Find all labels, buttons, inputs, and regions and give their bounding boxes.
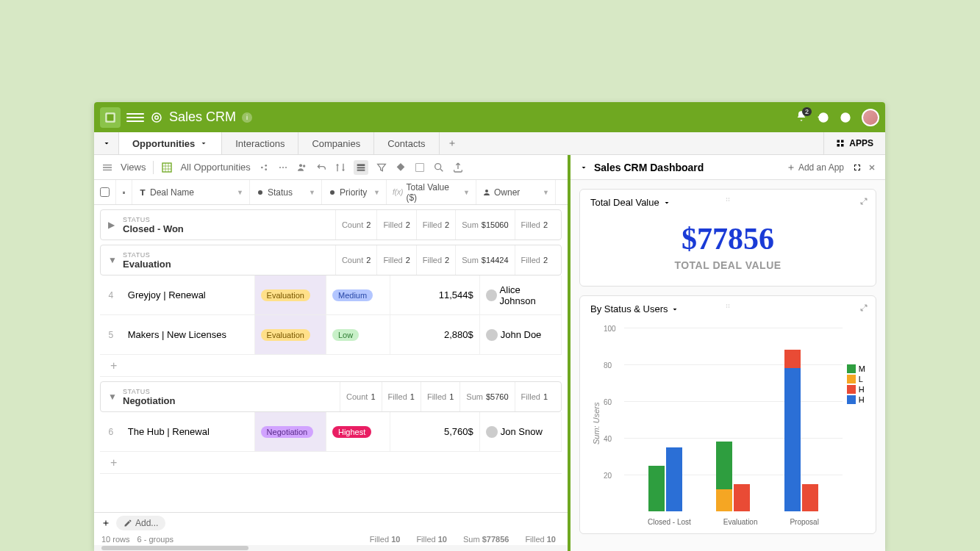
cell-value[interactable]: 11,544$ <box>390 276 479 314</box>
collapse-icon[interactable] <box>579 163 588 172</box>
group-header[interactable]: ▼ STATUSEvaluation Count2Filled2Filled2S… <box>100 245 562 276</box>
expand-icon[interactable] <box>859 303 868 312</box>
apps-button[interactable]: APPS <box>823 132 885 154</box>
help-icon[interactable] <box>840 112 851 123</box>
tab-contacts[interactable]: Contacts <box>374 132 439 154</box>
cell-owner[interactable]: Jon Snow <box>480 412 562 451</box>
view-toolbar: Views All Opportunities <box>94 155 568 180</box>
group-toggle-icon[interactable]: ▼ <box>108 392 120 402</box>
bar[interactable] <box>716 442 732 511</box>
close-icon[interactable] <box>868 163 876 172</box>
filter-icon[interactable] <box>376 162 387 173</box>
column-priority[interactable]: Priority ▼ <box>322 180 387 204</box>
bar[interactable] <box>648 466 665 512</box>
cell-status[interactable]: Evaluation <box>255 315 326 354</box>
legend-item: H <box>847 385 865 394</box>
cell-status[interactable]: Evaluation <box>255 276 326 314</box>
group-header[interactable]: ▼ STATUSNegotiation Count1Filled1Filled1… <box>100 381 562 412</box>
notification-icon[interactable]: 2 <box>795 110 807 125</box>
group-toggle-icon[interactable]: ▶ <box>108 220 120 230</box>
sort-icon[interactable] <box>335 162 346 173</box>
info-icon[interactable]: i <box>242 112 252 123</box>
group-icon[interactable] <box>354 160 368 175</box>
menu-icon[interactable] <box>126 109 144 126</box>
views-button[interactable]: Views <box>121 162 146 173</box>
share-icon[interactable] <box>258 162 270 173</box>
more-icon[interactable] <box>277 162 289 173</box>
bar[interactable] <box>734 484 750 512</box>
view-name[interactable]: All Opportunities <box>180 162 250 173</box>
table-row[interactable]: 6 The Hub | Renewal Negotiation Highest … <box>100 412 562 452</box>
table-row[interactable]: 4 Greyjoy | Renewal Evaluation Medium 11… <box>100 276 562 315</box>
cell-value[interactable]: 2,880$ <box>390 315 479 354</box>
cell-priority[interactable]: Low <box>326 315 390 354</box>
add-row-button[interactable]: + <box>100 355 562 377</box>
card-title[interactable]: By Status & Users <box>590 303 668 314</box>
svg-point-31 <box>729 304 730 306</box>
bar[interactable] <box>666 447 682 512</box>
chevron-down-icon[interactable] <box>670 305 679 314</box>
users-icon[interactable] <box>296 162 308 173</box>
chevron-down-icon[interactable] <box>662 198 671 207</box>
bar[interactable] <box>802 484 818 512</box>
circle-icon <box>256 188 265 197</box>
tab-collapse-icon[interactable] <box>94 132 119 154</box>
svg-rect-20 <box>357 169 365 170</box>
y-axis-label: Sum: Users <box>590 320 602 526</box>
cell-owner[interactable]: John Doe <box>480 315 562 354</box>
drag-handle-icon[interactable] <box>723 302 732 311</box>
search-icon[interactable] <box>433 162 445 173</box>
column-deal-name[interactable]: Deal Name ▼ <box>132 180 250 204</box>
layout-icon[interactable] <box>414 162 426 173</box>
chart-legend: MLHH <box>843 364 865 526</box>
cell-status[interactable]: Negotiation <box>255 412 326 451</box>
add-record-button[interactable]: Add... <box>116 516 165 530</box>
horizontal-scrollbar[interactable] <box>94 545 568 551</box>
history-icon[interactable] <box>818 112 829 123</box>
cell-priority[interactable]: Medium <box>326 276 390 314</box>
tab-companies[interactable]: Companies <box>298 132 374 154</box>
plus-icon[interactable] <box>101 519 110 527</box>
list-icon[interactable] <box>101 162 113 173</box>
svg-rect-1 <box>107 114 114 120</box>
cell-value[interactable]: 5,760$ <box>390 412 479 451</box>
grid-icon[interactable] <box>161 162 173 173</box>
grid-body[interactable]: ▶ STATUSClosed - Won Count2Filled2Filled… <box>94 205 568 551</box>
svg-point-25 <box>485 190 488 192</box>
paint-icon[interactable] <box>395 162 407 173</box>
export-icon[interactable] <box>452 162 464 173</box>
app-title: Sales CRM <box>169 109 236 125</box>
tab-opportunities[interactable]: Opportunities <box>119 132 222 154</box>
column-owner[interactable]: Owner ▼ <box>476 180 556 204</box>
column-status[interactable]: Status ▼ <box>250 180 322 204</box>
tab-interactions[interactable]: Interactions <box>222 132 298 154</box>
cell-deal[interactable]: Greyjoy | Renewal <box>122 276 255 314</box>
svg-point-12 <box>265 168 267 170</box>
legend-item: M <box>847 364 865 373</box>
bar-group <box>779 350 823 511</box>
svg-point-23 <box>258 190 262 195</box>
add-app-button[interactable]: Add an App <box>787 162 844 173</box>
card-title[interactable]: Total Deal Value <box>590 197 659 208</box>
column-value[interactable]: f(x) Total Value ($) ▼ <box>387 180 476 204</box>
text-icon <box>138 188 147 197</box>
table-row[interactable]: 5 Makers | New Licenses Evaluation Low 2… <box>100 315 562 355</box>
select-all-checkbox[interactable] <box>94 180 116 204</box>
bar[interactable] <box>784 350 801 511</box>
cell-priority[interactable]: Highest <box>326 412 390 451</box>
app-header: Sales CRM i 2 <box>94 102 885 132</box>
add-tab-button[interactable] <box>440 132 465 154</box>
cell-deal[interactable]: Makers | New Licenses <box>122 315 255 354</box>
expand-icon[interactable] <box>859 197 868 206</box>
bar-group <box>643 447 687 512</box>
cell-owner[interactable]: Alice Johnson <box>480 276 562 314</box>
app-logo[interactable] <box>100 107 121 128</box>
drag-handle-icon[interactable] <box>723 195 732 204</box>
group-header[interactable]: ▶ STATUSClosed - Won Count2Filled2Filled… <box>100 209 562 240</box>
undo-icon[interactable] <box>315 162 327 173</box>
cell-deal[interactable]: The Hub | Renewal <box>122 412 255 451</box>
group-toggle-icon[interactable]: ▼ <box>108 255 120 265</box>
add-row-button[interactable]: + <box>100 452 562 474</box>
expand-icon[interactable] <box>853 163 862 172</box>
user-avatar[interactable] <box>862 109 879 126</box>
